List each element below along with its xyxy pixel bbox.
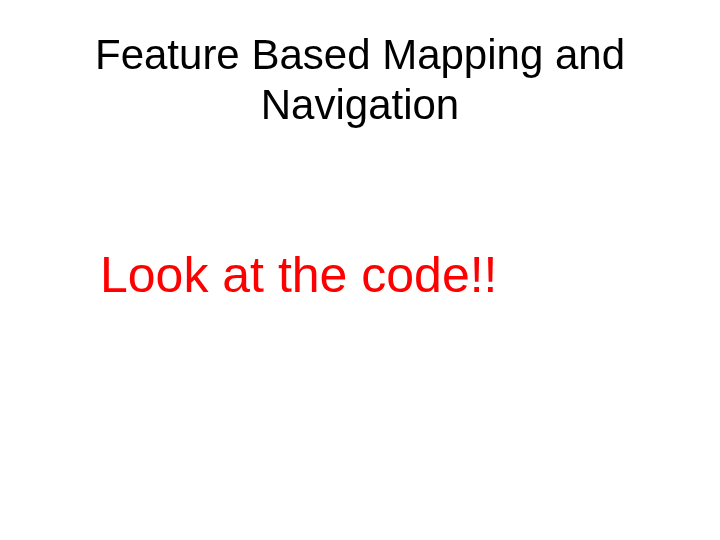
slide-container: Feature Based Mapping and Navigation Loo… bbox=[0, 0, 720, 540]
slide-body-text: Look at the code!! bbox=[100, 246, 660, 304]
slide-title: Feature Based Mapping and Navigation bbox=[60, 30, 660, 131]
